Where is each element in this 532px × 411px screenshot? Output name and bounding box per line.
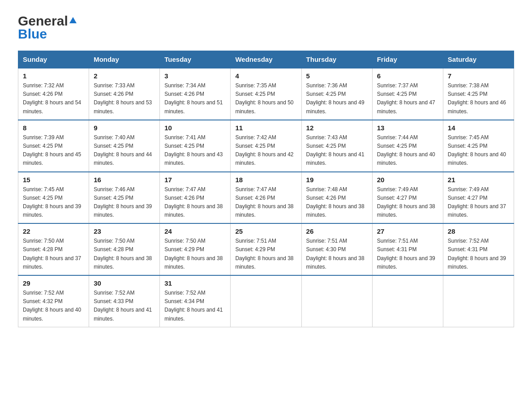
day-number: 13 <box>377 124 438 132</box>
calendar-cell: 14 Sunrise: 7:45 AMSunset: 4:25 PMDaylig… <box>443 120 514 172</box>
calendar-cell: 21 Sunrise: 7:49 AMSunset: 4:27 PMDaylig… <box>443 172 514 224</box>
calendar-cell: 25 Sunrise: 7:51 AMSunset: 4:29 PMDaylig… <box>231 223 301 275</box>
day-number: 6 <box>377 72 438 80</box>
day-number: 2 <box>94 72 155 80</box>
logo-triangle-icon <box>69 17 77 23</box>
day-number: 10 <box>164 124 226 132</box>
calendar-cell: 4 Sunrise: 7:35 AMSunset: 4:25 PMDayligh… <box>231 68 301 120</box>
day-number: 25 <box>235 227 296 235</box>
calendar-cell: 24 Sunrise: 7:50 AMSunset: 4:29 PMDaylig… <box>160 223 231 275</box>
calendar-cell: 16 Sunrise: 7:46 AMSunset: 4:25 PMDaylig… <box>89 172 160 224</box>
col-header-tuesday: Tuesday <box>160 51 231 68</box>
day-info: Sunrise: 7:40 AMSunset: 4:25 PMDaylight:… <box>94 134 152 167</box>
day-number: 28 <box>448 227 509 235</box>
day-number: 9 <box>94 124 155 132</box>
page-header: General Blue <box>18 13 514 42</box>
day-number: 17 <box>164 176 226 184</box>
calendar-cell: 20 Sunrise: 7:49 AMSunset: 4:27 PMDaylig… <box>372 172 443 224</box>
calendar-cell: 3 Sunrise: 7:34 AMSunset: 4:26 PMDayligh… <box>160 68 231 120</box>
col-header-sunday: Sunday <box>18 51 89 68</box>
calendar-cell: 11 Sunrise: 7:42 AMSunset: 4:25 PMDaylig… <box>231 120 301 172</box>
week-row-4: 22 Sunrise: 7:50 AMSunset: 4:28 PMDaylig… <box>18 223 514 275</box>
day-info: Sunrise: 7:48 AMSunset: 4:26 PMDaylight:… <box>306 186 365 218</box>
calendar-cell: 7 Sunrise: 7:38 AMSunset: 4:25 PMDayligh… <box>443 68 514 120</box>
day-info: Sunrise: 7:33 AMSunset: 4:26 PMDaylight:… <box>94 82 152 115</box>
calendar-cell: 13 Sunrise: 7:44 AMSunset: 4:25 PMDaylig… <box>372 120 443 172</box>
day-number: 4 <box>235 72 296 80</box>
day-number: 30 <box>94 279 155 287</box>
col-header-thursday: Thursday <box>301 51 372 68</box>
calendar-cell: 26 Sunrise: 7:51 AMSunset: 4:30 PMDaylig… <box>301 223 372 275</box>
day-number: 27 <box>377 227 438 235</box>
day-info: Sunrise: 7:52 AMSunset: 4:34 PMDaylight:… <box>164 290 223 322</box>
day-info: Sunrise: 7:49 AMSunset: 4:27 PMDaylight:… <box>448 186 506 218</box>
calendar-cell: 15 Sunrise: 7:45 AMSunset: 4:25 PMDaylig… <box>18 172 89 224</box>
day-info: Sunrise: 7:51 AMSunset: 4:29 PMDaylight:… <box>235 238 293 270</box>
day-number: 5 <box>306 72 368 80</box>
day-number: 11 <box>235 124 296 132</box>
day-info: Sunrise: 7:34 AMSunset: 4:26 PMDaylight:… <box>164 82 223 115</box>
calendar-cell: 2 Sunrise: 7:33 AMSunset: 4:26 PMDayligh… <box>89 68 160 120</box>
calendar-cell: 10 Sunrise: 7:41 AMSunset: 4:25 PMDaylig… <box>160 120 231 172</box>
day-info: Sunrise: 7:52 AMSunset: 4:32 PMDaylight:… <box>23 290 81 322</box>
calendar-cell: 31 Sunrise: 7:52 AMSunset: 4:34 PMDaylig… <box>160 275 231 327</box>
day-info: Sunrise: 7:44 AMSunset: 4:25 PMDaylight:… <box>377 134 435 167</box>
day-number: 19 <box>306 176 368 184</box>
calendar-cell: 28 Sunrise: 7:52 AMSunset: 4:31 PMDaylig… <box>443 223 514 275</box>
day-number: 15 <box>23 176 84 184</box>
calendar-cell: 1 Sunrise: 7:32 AMSunset: 4:26 PMDayligh… <box>18 68 89 120</box>
calendar-cell: 30 Sunrise: 7:52 AMSunset: 4:33 PMDaylig… <box>89 275 160 327</box>
calendar-cell <box>301 275 372 327</box>
day-number: 29 <box>23 279 84 287</box>
day-number: 16 <box>94 176 155 184</box>
logo-blue-text: Blue <box>18 26 47 42</box>
calendar-cell <box>443 275 514 327</box>
calendar-cell: 9 Sunrise: 7:40 AMSunset: 4:25 PMDayligh… <box>89 120 160 172</box>
day-info: Sunrise: 7:51 AMSunset: 4:31 PMDaylight:… <box>377 238 435 270</box>
logo: General Blue <box>18 13 77 42</box>
day-info: Sunrise: 7:42 AMSunset: 4:25 PMDaylight:… <box>235 134 293 167</box>
day-info: Sunrise: 7:35 AMSunset: 4:25 PMDaylight:… <box>235 82 293 115</box>
day-info: Sunrise: 7:49 AMSunset: 4:27 PMDaylight:… <box>377 186 435 218</box>
day-info: Sunrise: 7:45 AMSunset: 4:25 PMDaylight:… <box>448 134 506 167</box>
col-header-friday: Friday <box>372 51 443 68</box>
day-number: 8 <box>23 124 84 132</box>
calendar-cell: 27 Sunrise: 7:51 AMSunset: 4:31 PMDaylig… <box>372 223 443 275</box>
col-header-saturday: Saturday <box>443 51 514 68</box>
day-info: Sunrise: 7:36 AMSunset: 4:25 PMDaylight:… <box>306 82 365 115</box>
day-info: Sunrise: 7:51 AMSunset: 4:30 PMDaylight:… <box>306 238 365 270</box>
day-info: Sunrise: 7:52 AMSunset: 4:33 PMDaylight:… <box>94 290 152 322</box>
week-row-2: 8 Sunrise: 7:39 AMSunset: 4:25 PMDayligh… <box>18 120 514 172</box>
week-row-5: 29 Sunrise: 7:52 AMSunset: 4:32 PMDaylig… <box>18 275 514 327</box>
col-header-monday: Monday <box>89 51 160 68</box>
calendar-cell: 6 Sunrise: 7:37 AMSunset: 4:25 PMDayligh… <box>372 68 443 120</box>
day-info: Sunrise: 7:41 AMSunset: 4:25 PMDaylight:… <box>164 134 223 167</box>
col-header-wednesday: Wednesday <box>231 51 301 68</box>
day-info: Sunrise: 7:39 AMSunset: 4:25 PMDaylight:… <box>23 134 81 167</box>
day-number: 23 <box>94 227 155 235</box>
day-number: 3 <box>164 72 226 80</box>
day-number: 21 <box>448 176 509 184</box>
calendar-cell <box>372 275 443 327</box>
calendar-cell: 12 Sunrise: 7:43 AMSunset: 4:25 PMDaylig… <box>301 120 372 172</box>
calendar-cell: 5 Sunrise: 7:36 AMSunset: 4:25 PMDayligh… <box>301 68 372 120</box>
day-number: 22 <box>23 227 84 235</box>
calendar-cell: 19 Sunrise: 7:48 AMSunset: 4:26 PMDaylig… <box>301 172 372 224</box>
day-number: 12 <box>306 124 368 132</box>
day-info: Sunrise: 7:47 AMSunset: 4:26 PMDaylight:… <box>164 186 223 218</box>
week-row-1: 1 Sunrise: 7:32 AMSunset: 4:26 PMDayligh… <box>18 68 514 120</box>
calendar-cell: 29 Sunrise: 7:52 AMSunset: 4:32 PMDaylig… <box>18 275 89 327</box>
day-info: Sunrise: 7:43 AMSunset: 4:25 PMDaylight:… <box>306 134 365 167</box>
day-info: Sunrise: 7:50 AMSunset: 4:28 PMDaylight:… <box>94 238 152 270</box>
day-info: Sunrise: 7:50 AMSunset: 4:29 PMDaylight:… <box>164 238 223 270</box>
day-number: 18 <box>235 176 296 184</box>
day-number: 1 <box>23 72 84 80</box>
day-info: Sunrise: 7:46 AMSunset: 4:25 PMDaylight:… <box>94 186 152 218</box>
calendar-table: SundayMondayTuesdayWednesdayThursdayFrid… <box>18 51 514 327</box>
calendar-cell <box>231 275 301 327</box>
day-info: Sunrise: 7:38 AMSunset: 4:25 PMDaylight:… <box>448 82 506 115</box>
day-number: 7 <box>448 72 509 80</box>
calendar-cell: 22 Sunrise: 7:50 AMSunset: 4:28 PMDaylig… <box>18 223 89 275</box>
day-info: Sunrise: 7:37 AMSunset: 4:25 PMDaylight:… <box>377 82 435 115</box>
calendar-cell: 8 Sunrise: 7:39 AMSunset: 4:25 PMDayligh… <box>18 120 89 172</box>
